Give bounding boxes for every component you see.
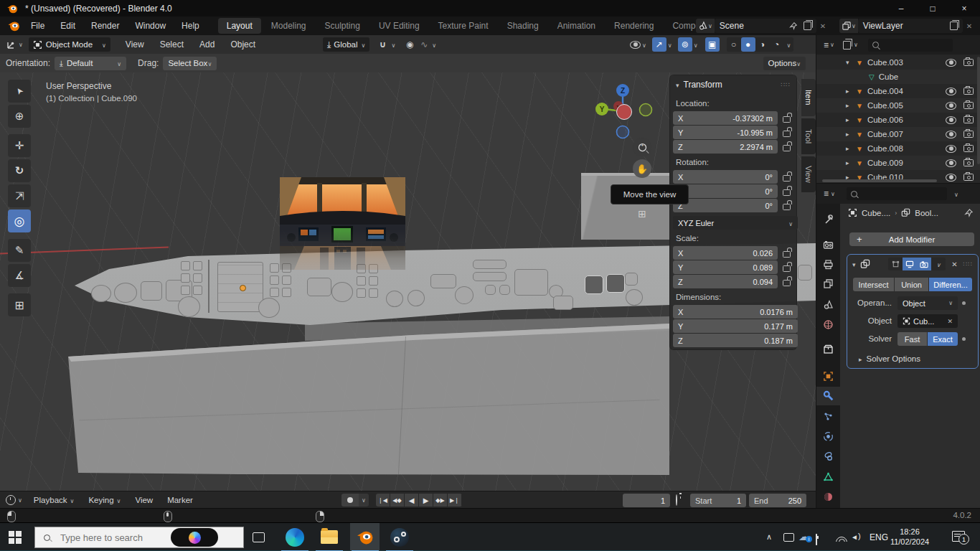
menu-object[interactable]: Object — [222, 35, 263, 54]
clear-object-icon[interactable] — [947, 318, 953, 325]
tool-measure[interactable] — [8, 264, 31, 287]
frame-end-field[interactable]: End250 — [749, 494, 806, 507]
falloff-dropdown[interactable] — [432, 39, 436, 50]
zoom-view-button[interactable]: + — [633, 138, 651, 156]
menu-render[interactable]: Render — [83, 17, 127, 35]
solver-exact[interactable]: Exact — [928, 332, 958, 346]
steam-icon[interactable] — [390, 528, 409, 547]
tab-constraints[interactable] — [816, 447, 840, 466]
hide-eye-icon[interactable] — [946, 88, 956, 95]
modifier-extras-dropdown[interactable] — [931, 258, 946, 270]
overlays-toggle-icon[interactable]: ⊚ — [678, 37, 692, 52]
tool-scale[interactable] — [8, 184, 31, 207]
lock-icon[interactable] — [783, 145, 791, 151]
tool-rotate[interactable] — [8, 159, 31, 182]
outliner-row[interactable]: ▼Cube.006 — [816, 113, 980, 127]
breadcrumb-modifier[interactable]: Bool... — [915, 209, 938, 217]
menu-edit[interactable]: Edit — [52, 17, 83, 35]
shading-rendered-icon[interactable]: ◔ — [770, 37, 784, 52]
lock-icon[interactable] — [783, 189, 791, 196]
workspace-tab-animation[interactable]: Animation — [549, 18, 604, 34]
lock-icon[interactable] — [783, 131, 791, 137]
timeline-menu-marker[interactable]: Marker — [160, 496, 200, 504]
proportional-edit-icon[interactable]: ◉ — [402, 37, 417, 52]
properties-editor-type-button[interactable]: ≡ — [824, 189, 835, 199]
blender-menu-icon[interactable] — [7, 19, 20, 32]
proportional-falloff-icon[interactable]: ∿ — [417, 37, 431, 52]
battery-icon[interactable] — [816, 534, 817, 545]
animate-dot[interactable] — [962, 301, 966, 305]
outliner-vscrollbar[interactable] — [977, 57, 980, 164]
menu-view[interactable]: View — [118, 35, 152, 54]
hide-eye-icon[interactable] — [946, 145, 956, 153]
tray-device-icon[interactable] — [783, 533, 794, 542]
render-display-toggle[interactable] — [917, 258, 931, 270]
lock-icon[interactable] — [783, 116, 791, 123]
orientation-setting-dropdown[interactable]: ⤓ Default — [55, 57, 126, 70]
sidebar-tab-tool[interactable]: Tool — [801, 118, 816, 154]
render-visibility-icon[interactable] — [963, 88, 974, 95]
tab-modifiers[interactable] — [816, 387, 840, 405]
editmode-display-toggle[interactable] — [888, 258, 903, 270]
hide-eye-icon[interactable] — [946, 131, 956, 138]
outliner-search-input[interactable] — [868, 39, 953, 52]
workspace-tab-rendering[interactable]: Rendering — [606, 18, 662, 34]
tab-view-layer[interactable] — [816, 274, 840, 293]
xray-toggle-icon[interactable]: ▣ — [705, 37, 720, 52]
outliner-hscrollbar[interactable] — [822, 179, 937, 182]
solver-fast[interactable]: Fast — [897, 332, 928, 346]
realtime-display-toggle[interactable] — [903, 258, 917, 270]
options-button[interactable]: Options — [763, 57, 806, 70]
tab-scene[interactable] — [816, 295, 840, 314]
location-y-field[interactable]: Y-10.995 m — [673, 126, 778, 139]
render-visibility-icon[interactable] — [963, 145, 974, 152]
render-visibility-icon[interactable] — [963, 116, 974, 123]
menu-select[interactable]: Select — [152, 35, 192, 54]
scene-selector[interactable]: Scene — [715, 19, 816, 33]
panel-drag-handle[interactable]: ∷∷ — [781, 81, 791, 88]
play-button[interactable]: ▶ — [419, 494, 433, 507]
volume-icon[interactable] — [851, 532, 861, 541]
shading-wireframe-icon[interactable]: ○ — [727, 37, 741, 52]
outliner-row[interactable]: ▽Cube — [816, 70, 980, 84]
taskbar-search-input[interactable] — [59, 532, 169, 544]
shading-material-icon[interactable]: ◑ — [755, 37, 770, 52]
render-visibility-icon[interactable] — [963, 159, 974, 166]
lock-icon[interactable] — [783, 265, 791, 272]
outliner-row[interactable]: ▼Cube.005 — [816, 98, 980, 113]
copilot-button[interactable] — [171, 528, 218, 547]
minimize-button[interactable]: – — [885, 0, 917, 17]
tab-object[interactable] — [816, 367, 840, 385]
perspective-toggle-button[interactable]: ⊞ — [633, 204, 651, 223]
gizmos-dropdown[interactable] — [668, 39, 672, 50]
rotation-x-field[interactable]: X0° — [673, 170, 778, 184]
timeline-menu-view[interactable]: View — [128, 496, 160, 504]
drag-dropdown[interactable]: Select Box — [163, 57, 217, 70]
taskbar-search[interactable] — [34, 527, 244, 548]
play-reverse-button[interactable]: ◀ — [405, 494, 419, 507]
overlays-dropdown[interactable] — [694, 39, 698, 50]
snap-dropdown[interactable] — [391, 39, 395, 50]
language-indicator[interactable]: ENG — [870, 532, 888, 542]
animate-dot[interactable] — [962, 337, 966, 341]
wifi-icon[interactable] — [836, 535, 847, 542]
tool-move[interactable] — [8, 134, 31, 157]
viewlayer-remove-icon[interactable] — [966, 22, 972, 30]
scene-browse-button[interactable] — [696, 19, 715, 33]
maximize-button[interactable]: □ — [917, 0, 948, 17]
rotation-mode-dropdown[interactable]: XYZ Euler — [673, 216, 798, 230]
workspace-tab-shading[interactable]: Shading — [499, 18, 547, 34]
operation-intersect[interactable]: Intersect — [853, 278, 895, 291]
file-explorer-icon[interactable] — [321, 530, 338, 544]
menu-window[interactable]: Window — [127, 17, 174, 35]
outliner-filter-button[interactable] — [843, 41, 858, 50]
outliner-row[interactable]: ▼Cube.003 — [816, 55, 980, 70]
new-scene-icon[interactable] — [804, 22, 811, 30]
notification-center-icon[interactable]: 1 — [952, 531, 965, 542]
lock-icon[interactable] — [783, 251, 791, 258]
navigation-gizmo[interactable]: Z Y X — [593, 80, 653, 140]
task-view-button[interactable] — [253, 532, 265, 542]
shading-dropdown[interactable] — [784, 39, 794, 50]
tab-material[interactable] — [816, 487, 840, 506]
operation-union[interactable]: Union — [895, 278, 929, 291]
